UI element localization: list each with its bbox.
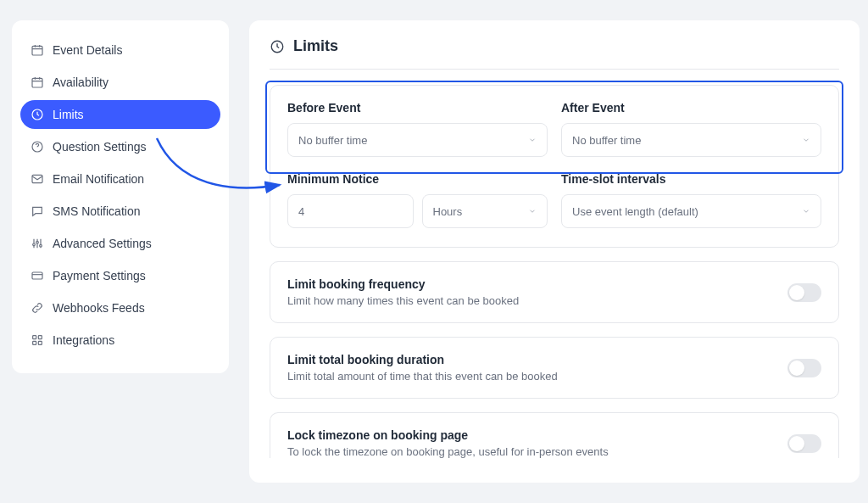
sidebar-item-availability[interactable]: Availability [20,68,220,97]
buffer-card: Before Event No buffer time After Event … [270,85,839,248]
svg-rect-11 [33,341,36,344]
limit-frequency-desc: Limit how many times this event can be b… [287,294,519,307]
after-event-field: After Event No buffer time [561,101,821,157]
minimum-notice-input[interactable]: 4 [287,194,414,228]
svg-rect-1 [32,78,42,87]
limit-frequency-card: Limit booking frequency Limit how many t… [270,261,839,323]
timeslot-select[interactable]: Use event length (default) [561,194,821,228]
clock-icon [31,108,44,121]
sidebar-item-limits[interactable]: Limits [20,100,220,129]
after-event-select[interactable]: No buffer time [561,123,821,157]
chevron-down-icon [528,136,537,144]
lock-timezone-toggle[interactable] [787,434,821,453]
page-header: Limits [270,37,839,70]
svg-rect-12 [38,341,42,344]
before-event-label: Before Event [287,101,548,115]
minimum-notice-unit-select[interactable]: Hours [422,194,548,228]
grid-icon [31,333,44,347]
before-event-value: No buffer time [298,134,367,147]
minimum-notice-value: 4 [298,205,304,218]
limit-duration-text: Limit total booking duration Limit total… [287,353,558,383]
before-event-field: Before Event No buffer time [287,101,548,157]
sidebar: Event Details Availability Limits Questi… [12,20,229,373]
sidebar-item-question-settings[interactable]: Question Settings [20,132,220,161]
mail-icon [31,172,44,186]
sidebar-item-label: Availability [53,75,108,89]
lock-timezone-desc: To lock the timezone on booking page, us… [287,445,609,458]
timeslot-value: Use event length (default) [572,205,698,218]
minimum-notice-label: Minimum Notice [287,172,548,186]
calendar-check-icon [31,75,44,89]
sidebar-item-label: Question Settings [53,140,147,154]
sidebar-item-label: Integrations [53,333,114,347]
sidebar-item-advanced-settings[interactable]: Advanced Settings [20,229,220,258]
timeslot-field: Time-slot intervals Use event length (de… [561,172,821,228]
svg-point-5 [33,243,36,246]
chevron-down-icon [802,136,810,144]
lock-timezone-text: Lock timezone on booking page To lock th… [287,428,609,458]
chevron-down-icon [528,207,537,215]
limit-frequency-toggle[interactable] [787,283,821,302]
calendar-icon [31,43,44,57]
sidebar-item-label: Event Details [53,43,122,57]
limit-duration-title: Limit total booking duration [287,353,558,366]
svg-rect-9 [33,336,36,339]
limit-frequency-title: Limit booking frequency [287,277,519,291]
sidebar-item-label: Payment Settings [53,269,146,282]
sidebar-item-label: Email Notification [53,172,144,186]
main-panel: Limits Before Event No buffer time After… [249,20,860,483]
sidebar-item-label: Webhooks Feeds [53,301,145,315]
after-event-value: No buffer time [572,134,641,147]
page-title: Limits [293,37,338,55]
svg-rect-0 [32,46,42,55]
sidebar-item-webhooks-feeds[interactable]: Webhooks Feeds [20,293,220,322]
sidebar-item-label: SMS Notification [53,204,140,218]
sidebar-item-label: Advanced Settings [53,237,152,250]
sidebar-item-integrations[interactable]: Integrations [20,326,220,355]
sidebar-item-event-details[interactable]: Event Details [20,36,220,64]
limit-frequency-text: Limit booking frequency Limit how many t… [287,277,519,307]
card-icon [31,269,44,282]
link-icon [31,301,44,315]
limit-duration-toggle[interactable] [787,359,821,377]
svg-rect-10 [38,336,42,339]
svg-rect-8 [32,272,42,279]
sidebar-item-label: Limits [53,108,84,121]
sidebar-item-email-notification[interactable]: Email Notification [20,165,220,193]
lock-timezone-card: Lock timezone on booking page To lock th… [270,412,839,458]
after-event-label: After Event [561,101,821,115]
minimum-notice-field: Minimum Notice 4 Hours [287,172,548,228]
chat-icon [31,204,44,218]
sidebar-item-sms-notification[interactable]: SMS Notification [20,197,220,226]
limit-duration-desc: Limit total amount of time that this eve… [287,370,558,383]
sliders-icon [31,237,44,250]
clock-icon [270,39,285,54]
minimum-notice-unit-value: Hours [433,205,463,218]
before-event-select[interactable]: No buffer time [287,123,548,157]
svg-point-7 [40,244,42,247]
chevron-down-icon [802,207,810,215]
timeslot-label: Time-slot intervals [561,172,821,186]
sidebar-item-payment-settings[interactable]: Payment Settings [20,261,220,290]
svg-point-6 [36,241,39,243]
limit-duration-card: Limit total booking duration Limit total… [270,337,839,399]
question-icon [31,140,44,154]
lock-timezone-title: Lock timezone on booking page [287,428,609,442]
